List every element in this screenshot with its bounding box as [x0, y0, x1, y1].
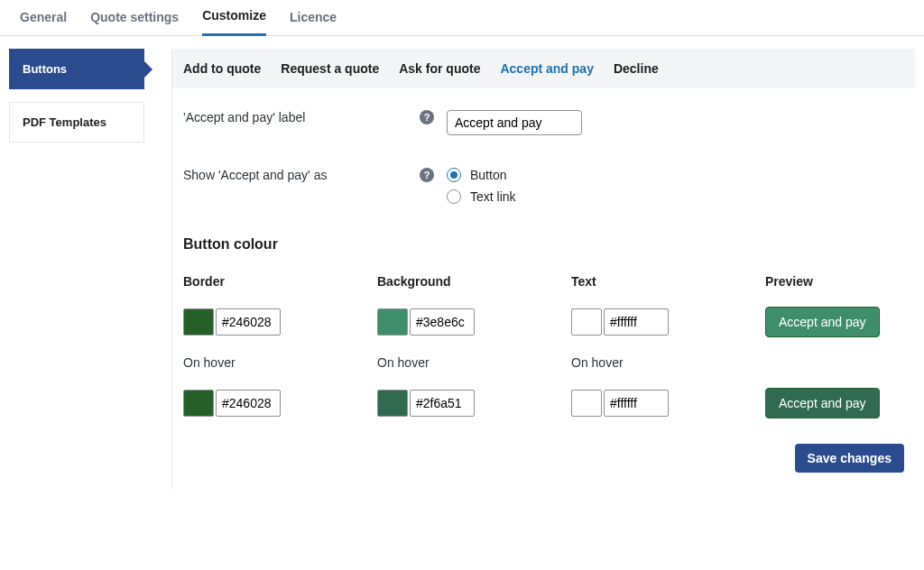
header-background: Background: [377, 274, 571, 289]
header-preview: Preview: [765, 274, 904, 289]
hex-text-base[interactable]: [604, 308, 669, 336]
preview-button-hover[interactable]: Accept and pay: [765, 388, 880, 418]
bg-color-hover: [377, 388, 571, 418]
hex-border-hover[interactable]: [216, 390, 281, 417]
radio-option-button[interactable]: Button: [447, 168, 516, 182]
subtabs: Add to quote Request a quote Ask for quo…: [172, 49, 915, 88]
radio-icon: [447, 189, 461, 204]
section-title-button-colour: Button colour: [183, 236, 904, 253]
sidebar-item-pdf-templates[interactable]: PDF Templates: [9, 102, 144, 142]
radio-label-button: Button: [470, 168, 506, 182]
hover-label-text: On hover: [571, 355, 765, 370]
border-color-hover: [183, 388, 377, 418]
swatch-bg-base[interactable]: [377, 308, 408, 336]
label-show-as: Show 'Accept and pay' as: [183, 168, 420, 182]
hover-label-bg: On hover: [377, 355, 571, 370]
hover-label-spacer: [765, 355, 904, 370]
row-label: 'Accept and pay' label ?: [183, 110, 904, 135]
swatch-border-hover[interactable]: [183, 390, 214, 417]
top-tabs: General Quote settings Customize Licence: [0, 0, 924, 36]
main: Add to quote Request a quote Ask for quo…: [171, 49, 915, 489]
text-color-hover: [571, 388, 765, 418]
show-as-radio-group: Button Text link: [447, 168, 516, 204]
content: 'Accept and pay' label ? Show 'Accept an…: [172, 88, 915, 428]
radio-label-text-link: Text link: [470, 189, 516, 204]
radio-option-text-link[interactable]: Text link: [447, 189, 516, 204]
color-grid: Border Background Text Preview: [183, 274, 904, 418]
subtab-request-a-quote[interactable]: Request a quote: [281, 61, 379, 76]
preview-hover-cell: Accept and pay: [765, 388, 904, 418]
hex-text-hover[interactable]: [604, 390, 669, 417]
hex-bg-base[interactable]: [410, 308, 475, 336]
bg-color-base: [377, 307, 571, 337]
hover-label-border: On hover: [183, 355, 377, 370]
subtab-ask-for-quote[interactable]: Ask for quote: [399, 61, 480, 76]
subtab-accept-and-pay[interactable]: Accept and pay: [500, 61, 593, 76]
subtab-add-to-quote[interactable]: Add to quote: [183, 61, 261, 76]
preview-button-base[interactable]: Accept and pay: [765, 307, 880, 337]
sidebar-item-buttons[interactable]: Buttons: [9, 49, 144, 89]
help-icon[interactable]: ?: [420, 110, 434, 124]
swatch-text-base[interactable]: [571, 308, 602, 336]
accept-and-pay-label-input[interactable]: [447, 110, 582, 135]
border-color-base: [183, 307, 377, 337]
radio-icon: [447, 168, 461, 182]
tab-quote-settings[interactable]: Quote settings: [90, 1, 179, 35]
swatch-text-hover[interactable]: [571, 390, 602, 417]
save-changes-button[interactable]: Save changes: [795, 444, 904, 473]
label-accept-and-pay-label: 'Accept and pay' label: [183, 110, 420, 124]
swatch-bg-hover[interactable]: [377, 390, 408, 417]
tab-general[interactable]: General: [20, 1, 67, 35]
hex-border-base[interactable]: [216, 308, 281, 336]
header-border: Border: [183, 274, 377, 289]
subtab-decline[interactable]: Decline: [614, 61, 659, 76]
tab-licence[interactable]: Licence: [290, 1, 337, 35]
swatch-border-base[interactable]: [183, 308, 214, 336]
preview-base-cell: Accept and pay: [765, 307, 904, 337]
row-show-as: Show 'Accept and pay' as ? Button Text l…: [183, 168, 904, 204]
hex-bg-hover[interactable]: [410, 390, 475, 417]
sidebar: Buttons PDF Templates: [9, 49, 144, 489]
layout: Buttons PDF Templates Add to quote Reque…: [0, 36, 924, 534]
help-icon[interactable]: ?: [420, 168, 434, 182]
text-color-base: [571, 307, 765, 337]
tab-customize[interactable]: Customize: [202, 0, 266, 36]
header-text: Text: [571, 274, 765, 289]
save-row: Save changes: [172, 428, 915, 489]
